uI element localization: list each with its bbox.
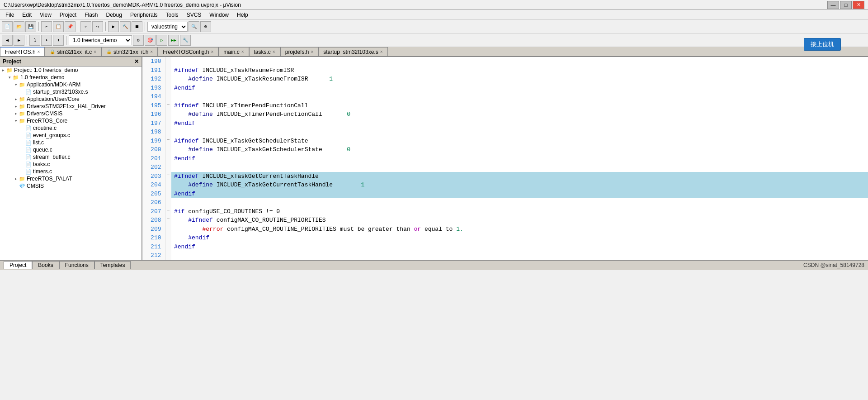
code-content[interactable]	[171, 57, 868, 66]
code-content[interactable]	[171, 198, 868, 207]
fold-indicator[interactable]: −	[165, 207, 171, 216]
fold-indicator[interactable]	[165, 119, 171, 128]
status-tab-templates[interactable]: Templates	[94, 261, 131, 269]
step-over-btn[interactable]: ⤵	[29, 35, 40, 46]
tree-item-0[interactable]: ▸📁Project: 1.0 freertos_demo	[0, 67, 142, 74]
code-content[interactable]: #endif	[171, 154, 868, 163]
code-content[interactable]	[171, 128, 868, 137]
menu-item-flash[interactable]: Flash	[81, 11, 101, 19]
fold-indicator[interactable]	[165, 57, 171, 66]
menu-item-project[interactable]: Project	[56, 11, 80, 19]
tree-item-1[interactable]: ▾📁1.0 freertos_demo	[0, 74, 142, 81]
code-editor[interactable]: 190 191−#ifndef INCLUDE_xTaskResumeFromI…	[142, 57, 868, 260]
project-combo[interactable]: 1.0 freertos_demo	[69, 35, 132, 45]
tree-item-5[interactable]: ▸📁Drivers/STM32F1xx_HAL_Driver	[0, 103, 142, 110]
sidebar-close-btn[interactable]: ✕	[134, 58, 139, 65]
tree-toggle-icon[interactable]: ▸	[13, 97, 19, 101]
code-content[interactable]: #ifndef INCLUDE_xTaskGetCurrentTaskHandl…	[171, 172, 868, 181]
step-into-btn[interactable]: ⬇	[41, 35, 52, 46]
fold-indicator[interactable]	[165, 163, 171, 172]
code-content[interactable]: #endif	[171, 233, 868, 243]
tree-item-12[interactable]: 📄stream_buffer.c	[0, 153, 142, 161]
menu-item-debug[interactable]: Debug	[103, 11, 126, 19]
tree-item-6[interactable]: ▸📁Drivers/CMSIS	[0, 110, 142, 117]
menu-item-edit[interactable]: Edit	[19, 11, 35, 19]
tree-item-10[interactable]: 📄list.c	[0, 139, 142, 146]
stop-btn[interactable]: ⏹	[132, 21, 142, 32]
maximize-button[interactable]: □	[840, 1, 852, 9]
top-right-button[interactable]: 接上位机	[804, 38, 841, 51]
tab-close-btn[interactable]: ×	[211, 49, 213, 54]
fold-indicator[interactable]	[165, 225, 171, 234]
build-btn[interactable]: ▶	[108, 21, 119, 32]
menu-item-file[interactable]: File	[2, 11, 18, 19]
close-button[interactable]: ✕	[853, 1, 864, 9]
tree-toggle-icon[interactable]: ▾	[13, 119, 19, 123]
fold-indicator[interactable]	[165, 84, 171, 93]
tab-1[interactable]: 🔒stm32f1xx_it.c ×	[45, 47, 101, 56]
code-content[interactable]: #ifndef INCLUDE_xTaskResumeFromISR	[171, 66, 868, 75]
target-combo[interactable]: valuestring	[147, 22, 188, 32]
tree-item-4[interactable]: ▸📁Application/User/Core	[0, 95, 142, 103]
new-btn[interactable]: 📄	[2, 21, 13, 32]
tree-item-3[interactable]: 📄startup_stm32f103xe.s	[0, 88, 142, 95]
menu-item-tools[interactable]: Tools	[162, 11, 182, 19]
tab-close-btn[interactable]: ×	[380, 49, 383, 54]
code-content[interactable]	[171, 92, 868, 101]
status-tab-functions[interactable]: Functions	[59, 261, 94, 269]
debug-btn[interactable]: ▷	[156, 35, 167, 46]
fold-indicator[interactable]	[165, 75, 171, 84]
fold-indicator[interactable]	[165, 198, 171, 207]
tab-close-btn[interactable]: ×	[38, 49, 40, 54]
tree-toggle-icon[interactable]: ▸	[0, 68, 6, 72]
fold-indicator[interactable]: −	[165, 216, 171, 225]
tree-item-15[interactable]: ▸📁FreeRTOS_PALAT	[0, 175, 142, 182]
code-content[interactable]: #define INCLUDE_xTaskGetCurrentTaskHandl…	[171, 181, 868, 190]
tree-item-8[interactable]: 📄croutine.c	[0, 124, 142, 132]
tree-item-14[interactable]: 📄timers.c	[0, 168, 142, 175]
tab-close-btn[interactable]: ×	[273, 49, 275, 54]
rebuild-btn[interactable]: 🔨	[120, 21, 131, 32]
settings-btn[interactable]: ⚙	[200, 21, 211, 32]
fold-indicator[interactable]	[165, 181, 171, 190]
tree-item-11[interactable]: 📄queue.c	[0, 146, 142, 153]
fold-indicator[interactable]	[165, 128, 171, 137]
fold-indicator[interactable]	[165, 190, 171, 199]
proj-settings-btn[interactable]: ⚙	[133, 35, 144, 46]
fold-indicator[interactable]	[165, 145, 171, 154]
status-tab-books[interactable]: Books	[32, 261, 59, 269]
tab-3[interactable]: FreeRTOSConfig.h ×	[158, 47, 218, 56]
tab-4[interactable]: main.c ×	[218, 47, 249, 56]
fold-indicator[interactable]	[165, 92, 171, 101]
tab-7[interactable]: startup_stm32f103xe.s ×	[318, 47, 387, 56]
tree-toggle-icon[interactable]: ▸	[13, 111, 19, 116]
save-btn[interactable]: 💾	[25, 21, 36, 32]
menu-item-svcs[interactable]: SVCS	[183, 11, 205, 19]
code-content[interactable]: #define INCLUDE_xTaskResumeFromISR 1	[171, 75, 868, 84]
fold-indicator[interactable]: −	[165, 172, 171, 181]
code-content[interactable]: #define INCLUDE_xTimerPendFunctionCall 0	[171, 110, 868, 119]
tab-close-btn[interactable]: ×	[94, 49, 96, 54]
code-content[interactable]	[171, 163, 868, 172]
code-content[interactable]: #endif	[171, 84, 868, 93]
search-btn[interactable]: 🔍	[189, 21, 199, 32]
code-content[interactable]: #define INCLUDE_xTaskGetSchedulerState 0	[171, 145, 868, 154]
paste-btn[interactable]: 📌	[65, 21, 75, 32]
cut-btn[interactable]: ✂	[41, 21, 52, 32]
code-content[interactable]: #ifndef INCLUDE_xTaskGetSchedulerState	[171, 137, 868, 146]
code-content[interactable]: #if configUSE_CO_ROUTINES != 0	[171, 207, 868, 216]
tree-item-2[interactable]: ▾📁Application/MDK-ARM	[0, 81, 142, 88]
menu-item-view[interactable]: View	[36, 11, 55, 19]
tree-item-16[interactable]: 💎CMSIS	[0, 182, 142, 190]
tab-close-btn[interactable]: ×	[150, 49, 153, 54]
tree-item-9[interactable]: 📄event_groups.c	[0, 132, 142, 139]
code-content[interactable]: #endif	[171, 243, 868, 252]
tab-5[interactable]: tasks.c ×	[249, 47, 280, 56]
fold-indicator[interactable]: −	[165, 66, 171, 75]
tree-toggle-icon[interactable]: ▾	[13, 82, 19, 87]
fold-indicator[interactable]	[165, 110, 171, 119]
tab-close-btn[interactable]: ×	[241, 49, 244, 54]
tree-toggle-icon[interactable]: ▸	[13, 104, 19, 109]
tab-close-btn[interactable]: ×	[311, 49, 313, 54]
tab-2[interactable]: 🔒stm32f1xx_it.h ×	[101, 47, 158, 56]
